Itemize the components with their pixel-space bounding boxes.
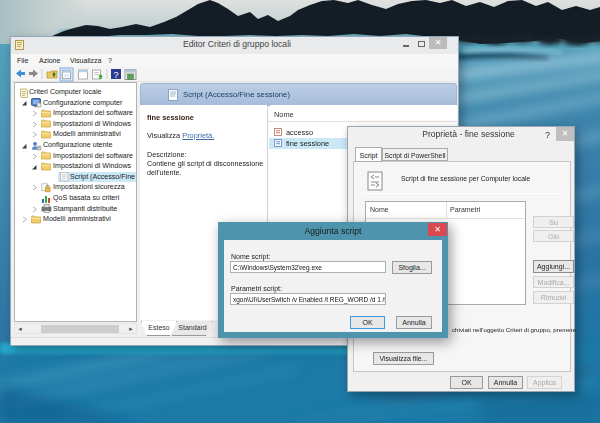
svg-text:?: ?	[113, 70, 118, 80]
